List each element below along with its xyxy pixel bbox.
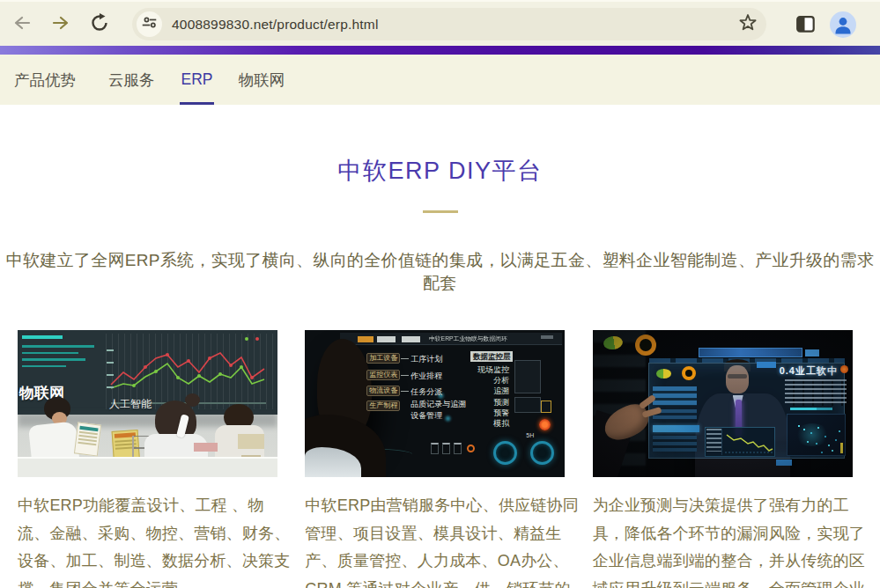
teal-gauge-ring [530,441,554,465]
card-caption: 为企业预测与决策提供了强有力的工具，降低各个环节的漏洞风险，实现了企业信息端到端… [593,492,868,588]
connector-line [401,358,409,359]
dashboard-ring-gauge [682,366,696,380]
dashboard-title-bar [699,348,802,357]
map-data-dots [798,425,800,427]
bottom-blue-button [776,459,792,466]
highlighted-row [653,425,699,432]
process-item: 设备管理 [410,410,442,422]
nav-item-cloud-services[interactable]: 云服务 [107,55,157,105]
profile-avatar-button[interactable] [830,11,856,40]
data-layer-highlight: 数据监控层 [470,351,513,362]
dashboard-pie-chart [656,369,671,379]
side-panel-icon [796,16,815,35]
pink-folder [194,443,218,452]
product-cards: 物联网 人工智能 中软ERP功能覆盖设计、工程 、物流、金融、采购、物 [0,330,880,588]
nav-item-iot[interactable]: 物联网 [236,55,286,105]
site-info-button[interactable] [137,11,162,37]
process-item: 工序计划 [410,354,442,365]
glow-dot [444,415,452,423]
gold-frame-box [541,401,551,413]
device-button: 物流设备 [366,386,400,396]
side-panel-box [514,360,541,393]
card-caption: 中软ERP由营销服务中心、供应链协同管理、项目设置、模具设计、精益生产、质量管控… [305,492,580,588]
star-icon [738,13,758,35]
mirrored-title-dot [840,365,848,373]
mini-gauge [431,443,439,454]
alert-indicator [539,419,551,430]
intro-text: 中软建立了全网ERP系统，实现了横向、纵向的全价值链的集成，以满足五金、塑料企业… [0,249,880,295]
connector-line [401,375,409,376]
address-bar[interactable]: 4008899830.net/product/erp.html [132,8,766,40]
yellow-marker [840,443,843,453]
dashboard-title-button [805,349,819,356]
card-caption: 中软ERP功能覆盖设计、工程 、物流、金融、采购、物控、营销、财务、设备、加工、… [18,492,292,588]
card-image-erp-screen: 中软ERP工业物联与数据闭环 加工设备 监控仪表 物流设备 生产制程 工序计划 … [305,330,565,477]
side-panel-button[interactable] [796,16,815,35]
bookmark-star-button[interactable] [738,13,758,35]
ai-overlay-label: 人工智能 [109,397,152,412]
document-sheet [74,422,101,456]
card-image-iot-office: 物联网 人工智能 [18,330,277,477]
title-divider [423,210,458,213]
orange-ring-indicator [467,445,475,452]
office-desk [18,457,277,477]
page-title: 中软ERP DIY平台 [0,105,880,187]
reload-icon [90,13,109,35]
map-cluster-glow [795,423,830,446]
reload-button[interactable] [90,13,109,35]
card-erp-chain: 中软ERP工业物联与数据闭环 加工设备 监控仪表 物流设备 生产制程 工序计划 … [305,330,580,588]
text-grid-panel [785,379,847,406]
back-button[interactable] [12,14,32,34]
card-prediction-decision: 0.4业工软中 [593,330,868,588]
corner-readout [541,335,553,339]
device-button: 生产制程 [366,401,400,411]
dropdown-control [402,336,420,342]
site-nav: 产品优势 云服务 ERP 物联网 [0,55,880,105]
teal-gauge-ring [493,441,517,465]
purple-accent-bar [0,46,880,55]
erp-page: 中软ERP DIY平台 中软建立了全网ERP系统，实现了横向、纵向的全价值链的集… [0,105,880,588]
device-button: 监控仪表 [366,370,400,380]
connector-line [401,391,409,392]
mini-gauge [442,443,450,454]
nav-item-erp[interactable]: ERP [180,55,215,105]
layer-item: 追溯 [469,386,509,397]
side-panel-box [514,397,541,413]
mirrored-title-label: 0.4业工软中 [780,364,838,378]
cyan-label-row [790,408,817,410]
mini-gauge [454,443,462,454]
screen-title: 中软ERP工业物联与数据闭环 [429,334,507,342]
shelf-boxes [238,434,264,449]
trend-chart-panel [705,427,775,457]
device-button: 加工设备 [366,353,400,364]
browser-nav-buttons [12,2,109,46]
process-item: 品质记录与追溯 [410,399,466,410]
browser-toolbar: 4008899830.net/product/erp.html [0,0,880,46]
site-settings-icon [141,14,158,34]
forward-button[interactable] [51,14,70,34]
profile-avatar-icon [830,11,856,40]
orange-toolbar-button [358,336,373,342]
badge-5h: 5H [526,432,534,438]
data-table [653,436,697,452]
info-panel [22,335,94,371]
card-erp-functions: 物联网 人工智能 中软ERP功能覆盖设计、工程 、物流、金融、采购、物 [18,330,292,588]
back-arrow-icon [12,14,32,34]
layer-item: 模拟 [469,418,509,430]
forward-arrow-icon [51,14,70,34]
dropdown-control [377,336,396,342]
process-item: 作业排程 [410,371,442,382]
map-panel [787,414,846,456]
data-table [653,386,697,406]
card-image-industry40: 0.4业工软中 [593,330,853,477]
nav-item-product-advantages[interactable]: 产品优势 [12,55,78,105]
head-label-chip [757,362,776,368]
orange-ring-gauge [635,334,656,356]
process-item: 任务分派 [410,386,442,398]
url-text[interactable]: 4008899830.net/product/erp.html [172,17,379,33]
